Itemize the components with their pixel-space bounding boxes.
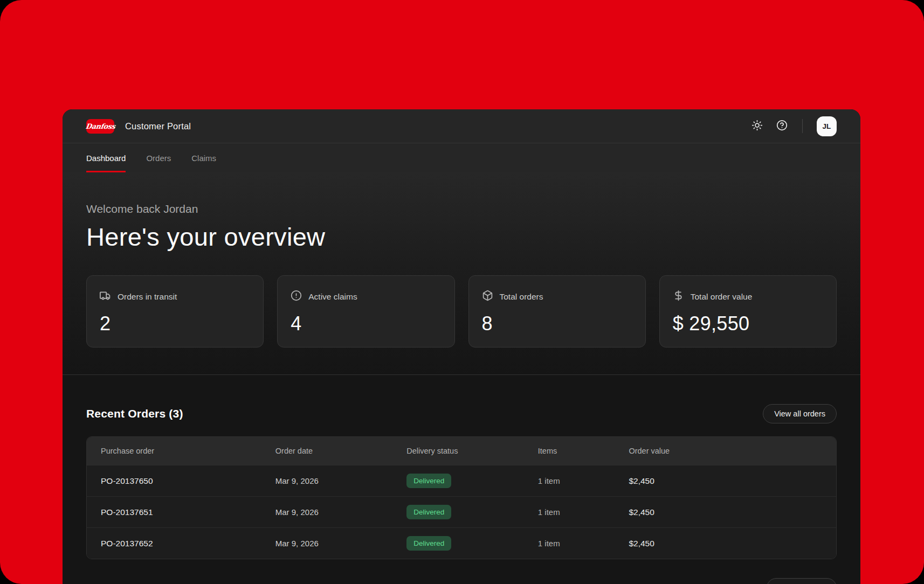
order-date-cell: Mar 9, 2026 [275, 539, 407, 548]
header-divider [802, 119, 803, 133]
stat-value: 8 [482, 312, 632, 335]
stat-value: 4 [291, 312, 441, 335]
dollar-icon [673, 290, 684, 303]
stat-value: 2 [100, 312, 250, 335]
user-avatar[interactable]: JL [817, 116, 837, 136]
status-badge: Delivered [406, 536, 451, 551]
stat-card-active-claims: Active claims 4 [277, 275, 454, 347]
orders-table-header: Purchase order Order date Delivery statu… [87, 437, 836, 465]
view-all-orders-button[interactable]: View all orders [763, 404, 837, 423]
stat-card-orders-in-transit: Orders in transit 2 [86, 275, 264, 347]
stat-card-total-orders: Total orders 8 [468, 275, 646, 347]
hero-section: Welcome back Jordan Here's your overview… [63, 172, 860, 375]
order-value-cell: $2,450 [629, 507, 822, 517]
danfoss-logo: Danfoss [86, 119, 114, 134]
app-header: Danfoss Customer Portal JL [63, 109, 860, 143]
truck-icon [100, 290, 111, 303]
orders-table: Purchase order Order date Delivery statu… [86, 436, 837, 559]
table-row[interactable]: PO-20137650 Mar 9, 2026 Delivered 1 item… [87, 465, 836, 496]
purchase-order-cell: PO-20137652 [101, 539, 275, 548]
danfoss-logo-script: Danfoss [85, 122, 116, 130]
partial-view-all-button[interactable] [767, 578, 837, 584]
col-header-items: Items [538, 447, 629, 455]
items-cell: 1 item [538, 476, 629, 485]
table-row[interactable]: PO-20137652 Mar 9, 2026 Delivered 1 item… [87, 527, 836, 559]
col-header-purchase-order: Purchase order [101, 447, 275, 455]
recent-orders-section: Recent Orders (3) View all orders Purcha… [63, 375, 860, 584]
order-date-cell: Mar 9, 2026 [275, 507, 407, 517]
order-date-cell: Mar 9, 2026 [275, 476, 407, 485]
tab-claims[interactable]: Claims [191, 143, 216, 172]
stat-card-total-order-value: Total order value $ 29,550 [659, 275, 837, 347]
app-title: Customer Portal [125, 121, 191, 131]
purchase-order-cell: PO-20137651 [101, 507, 275, 517]
recent-orders-title: Recent Orders (3) [86, 407, 183, 420]
page-title: Here's your overview [86, 222, 837, 252]
order-value-cell: $2,450 [629, 476, 822, 486]
red-backdrop: Danfoss Customer Portal JL D [0, 0, 924, 584]
stats-row: Orders in transit 2 Active claims 4 [86, 275, 837, 347]
stat-label: Orders in transit [118, 292, 177, 302]
items-cell: 1 item [538, 507, 629, 517]
greeting-text: Welcome back Jordan [86, 172, 837, 215]
purchase-order-cell: PO-20137650 [101, 476, 275, 486]
header-actions: JL [750, 116, 837, 136]
col-header-order-value: Order value [629, 447, 822, 455]
theme-toggle-button[interactable] [750, 120, 763, 133]
table-row[interactable]: PO-20137651 Mar 9, 2026 Delivered 1 item… [87, 496, 836, 527]
col-header-delivery-status: Delivery status [406, 447, 538, 455]
stat-label: Total orders [500, 292, 543, 302]
help-button[interactable] [775, 120, 788, 133]
customer-portal-window: Danfoss Customer Portal JL D [63, 109, 860, 584]
package-icon [482, 290, 493, 303]
items-cell: 1 item [538, 539, 629, 548]
stat-label: Total order value [691, 292, 753, 302]
tab-dashboard[interactable]: Dashboard [86, 143, 126, 172]
order-value-cell: $2,450 [629, 539, 822, 548]
alert-circle-icon [291, 290, 302, 303]
next-section-partial [86, 578, 837, 584]
col-header-order-date: Order date [275, 447, 407, 455]
status-badge: Delivered [406, 505, 451, 519]
status-badge: Delivered [406, 474, 451, 488]
stat-label: Active claims [308, 292, 357, 302]
main-nav: Dashboard Orders Claims [63, 143, 860, 172]
help-icon [776, 120, 788, 133]
tab-orders[interactable]: Orders [146, 143, 171, 172]
stat-value: $ 29,550 [673, 312, 823, 335]
sun-icon [751, 120, 763, 133]
